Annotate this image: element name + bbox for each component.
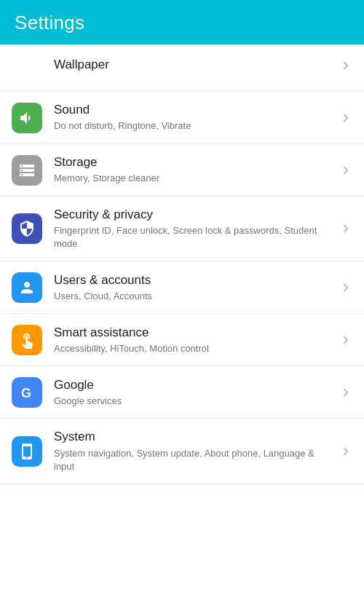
settings-item-system[interactable]: System System navigation, System update,… — [0, 419, 364, 483]
sound-icon-wrapper — [12, 103, 42, 133]
smart-subtitle: Accessibility, HiTouch, Motion control — [54, 342, 333, 355]
system-icon — [18, 443, 36, 460]
settings-item-wallpaper[interactable]: Wallpaper — [0, 44, 364, 92]
security-text: Security & privacy Fingerprint ID, Face … — [54, 207, 333, 250]
settings-item-google[interactable]: G Google Google services — [0, 366, 364, 419]
security-subtitle: Fingerprint ID, Face unlock, Screen lock… — [54, 224, 333, 250]
google-text: Google Google services — [54, 377, 333, 408]
sound-title: Sound — [54, 102, 333, 118]
page-title: Settings — [15, 12, 84, 34]
system-icon-wrapper — [12, 436, 42, 467]
storage-icon — [18, 162, 36, 179]
settings-header: Settings — [0, 0, 364, 44]
wallpaper-chevron-icon — [339, 59, 352, 72]
sound-text: Sound Do not disturb, Ringtone, Vibrate — [54, 102, 333, 133]
sound-icon — [18, 109, 36, 127]
storage-text: Storage Memory, Storage cleaner — [54, 154, 333, 185]
settings-item-sound[interactable]: Sound Do not disturb, Ringtone, Vibrate — [0, 92, 364, 144]
settings-item-smart[interactable]: Smart assistance Accessibility, HiTouch,… — [0, 314, 364, 366]
security-icon — [18, 220, 36, 237]
storage-title: Storage — [54, 154, 333, 170]
google-title: Google — [54, 377, 333, 393]
system-subtitle: System navigation, System update, About … — [54, 447, 333, 473]
wallpaper-text: Wallpaper — [54, 57, 333, 74]
storage-chevron-icon — [339, 164, 352, 177]
users-title: Users & accounts — [54, 272, 333, 288]
google-chevron-icon — [339, 386, 352, 399]
svg-text:G: G — [21, 386, 31, 400]
google-subtitle: Google services — [54, 395, 333, 408]
security-icon-wrapper — [12, 213, 42, 244]
sound-chevron-icon — [339, 111, 352, 125]
smart-text: Smart assistance Accessibility, HiTouch,… — [54, 325, 333, 355]
storage-subtitle: Memory, Storage cleaner — [54, 172, 333, 185]
system-chevron-icon — [339, 445, 352, 458]
storage-icon-wrapper — [12, 155, 42, 186]
sound-subtitle: Do not disturb, Ringtone, Vibrate — [54, 119, 333, 133]
users-subtitle: Users, Cloud, Accounts — [54, 290, 333, 303]
smart-chevron-icon — [339, 333, 352, 347]
smart-icon — [18, 331, 36, 349]
users-chevron-icon — [339, 281, 352, 294]
settings-item-storage[interactable]: Storage Memory, Storage cleaner — [0, 144, 364, 197]
wallpaper-title: Wallpaper — [54, 57, 333, 73]
google-icon: G — [18, 384, 36, 401]
users-text: Users & accounts Users, Cloud, Accounts — [54, 272, 333, 303]
security-title: Security & privacy — [54, 207, 333, 223]
users-icon — [18, 279, 36, 296]
system-text: System System navigation, System update,… — [54, 429, 333, 473]
system-title: System — [54, 429, 333, 445]
settings-item-security[interactable]: Security & privacy Fingerprint ID, Face … — [0, 197, 364, 261]
google-icon-wrapper: G — [12, 377, 42, 408]
smart-title: Smart assistance — [54, 325, 333, 341]
settings-item-users[interactable]: Users & accounts Users, Cloud, Accounts — [0, 261, 364, 314]
smart-icon-wrapper — [12, 325, 42, 355]
users-icon-wrapper — [12, 272, 42, 303]
security-chevron-icon — [339, 222, 352, 235]
